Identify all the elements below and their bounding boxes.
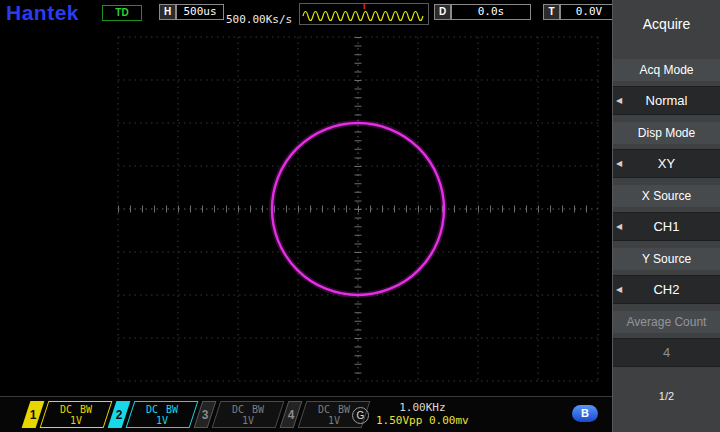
menu-group-disp-mode: Disp Mode ◀ XY bbox=[613, 122, 720, 178]
generator-icon: G bbox=[352, 407, 369, 424]
delay-readout: 0.0s bbox=[451, 4, 531, 20]
channel-3-indicator[interactable]: 3 DC BW 1V bbox=[198, 401, 280, 428]
channel-1-scale: 1V bbox=[70, 415, 82, 426]
chevron-left-icon: ◀ bbox=[616, 159, 622, 168]
x-source-button[interactable]: ◀ CH1 bbox=[613, 212, 720, 241]
sample-rate-readout: 500.00Ks/s bbox=[226, 13, 292, 26]
channel-3-bandwidth: BW bbox=[252, 404, 264, 415]
acq-mode-label: Acq Mode bbox=[613, 59, 720, 81]
timebase-readout: 500us bbox=[176, 4, 224, 20]
menu-group-average-count: Average Count 4 bbox=[613, 311, 720, 367]
channel-4-scale: 1V bbox=[328, 415, 340, 426]
display-background bbox=[0, 28, 612, 396]
generator-frequency: 1.00KHz bbox=[399, 401, 445, 414]
disp-mode-button[interactable]: ◀ XY bbox=[613, 149, 720, 178]
scope-display bbox=[0, 28, 612, 396]
channel-2-bandwidth: BW bbox=[166, 404, 178, 415]
average-count-value: 4 bbox=[663, 345, 670, 360]
menu-group-acq-mode: Acq Mode ◀ Normal bbox=[613, 59, 720, 115]
brand-logo: Hantek bbox=[6, 1, 79, 25]
trigger-level-readout: 0.0V bbox=[560, 4, 618, 20]
average-count-button: 4 bbox=[613, 338, 720, 367]
generator-amplitude: 1.50Vpp 0.00mv bbox=[376, 414, 469, 427]
trigger-position-marker[interactable]: T bbox=[361, 1, 367, 11]
disp-mode-label: Disp Mode bbox=[613, 122, 720, 144]
disp-mode-value: XY bbox=[658, 156, 675, 171]
channel-1-indicator[interactable]: 1 DC BW 1V bbox=[26, 401, 108, 428]
waveform-position-bar[interactable]: T bbox=[299, 3, 429, 25]
trigger-status-badge: TD bbox=[102, 5, 142, 21]
menu-page-indicator: 1/2 bbox=[613, 390, 720, 402]
channel-4-coupling: DC bbox=[318, 404, 330, 415]
channel-1-bandwidth: BW bbox=[80, 404, 92, 415]
generator-status: G 1.00KHz 1.50Vpp 0.00mv bbox=[352, 401, 469, 427]
channel-status-bar: 1 DC BW 1V 2 DC BW 1V 3 bbox=[0, 396, 612, 432]
chevron-left-icon: ◀ bbox=[616, 222, 622, 231]
channel-1-settings-box: DC BW 1V bbox=[40, 401, 113, 428]
channel-4-bandwidth: BW bbox=[338, 404, 350, 415]
acq-mode-value: Normal bbox=[646, 93, 688, 108]
x-source-value: CH1 bbox=[653, 219, 679, 234]
y-source-button[interactable]: ◀ CH2 bbox=[613, 275, 720, 304]
chevron-left-icon: ◀ bbox=[616, 96, 622, 105]
x-source-label: X Source bbox=[613, 185, 720, 207]
usb-device-icon: B bbox=[572, 405, 598, 422]
y-source-label: Y Source bbox=[613, 248, 720, 270]
channel-3-coupling: DC bbox=[232, 404, 244, 415]
horizontal-key-icon: H bbox=[159, 4, 176, 20]
menu-title: Acquire bbox=[613, 16, 720, 32]
delay-key-icon: D bbox=[434, 4, 451, 20]
chevron-left-icon: ◀ bbox=[616, 285, 622, 294]
top-status-bar: Hantek TD H 500us 500.00Ks/s T D 0.0s T … bbox=[0, 0, 612, 28]
channel-3-settings-box: DC BW 1V bbox=[212, 401, 285, 428]
menu-group-x-source: X Source ◀ CH1 bbox=[613, 185, 720, 241]
y-source-value: CH2 bbox=[653, 282, 679, 297]
channel-2-scale: 1V bbox=[156, 415, 168, 426]
channel-1-coupling: DC bbox=[60, 404, 72, 415]
acquire-menu-panel: Acquire Acq Mode ◀ Normal Disp Mode ◀ XY… bbox=[612, 0, 720, 432]
channel-3-scale: 1V bbox=[242, 415, 254, 426]
channel-2-settings-box: DC BW 1V bbox=[126, 401, 199, 428]
channel-2-indicator[interactable]: 2 DC BW 1V bbox=[112, 401, 194, 428]
acq-mode-button[interactable]: ◀ Normal bbox=[613, 86, 720, 115]
trigger-key-icon: T bbox=[543, 4, 560, 20]
average-count-label: Average Count bbox=[613, 311, 720, 333]
menu-group-y-source: Y Source ◀ CH2 bbox=[613, 248, 720, 304]
channel-2-coupling: DC bbox=[146, 404, 158, 415]
